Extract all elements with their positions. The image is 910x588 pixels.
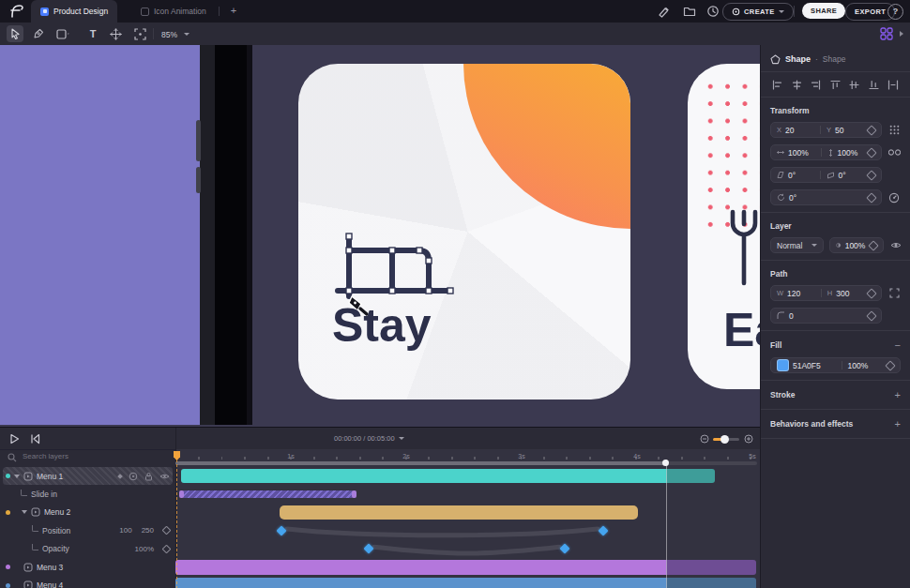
keyframe-toggle-icon[interactable] [162, 526, 172, 535]
timeline-bar[interactable] [181, 469, 715, 483]
zoom-slider-knob[interactable] [720, 435, 729, 444]
time-display[interactable]: 00:00:00 / 00:05:00 [334, 434, 404, 443]
anchor-grid-icon[interactable] [887, 125, 901, 135]
work-area-end-line[interactable] [666, 460, 667, 588]
timeline-ruler[interactable] [175, 457, 757, 460]
skip-to-start-button[interactable] [30, 433, 40, 445]
layer-color-dot [6, 474, 10, 478]
scale-tool-button[interactable] [131, 25, 148, 42]
zoom-level[interactable]: 85% [161, 30, 177, 39]
marker-pen-icon[interactable] [657, 4, 672, 19]
tab-icon-animation[interactable]: Icon Animation [131, 0, 216, 23]
share-button[interactable]: SHARE [802, 3, 845, 19]
history-clock-icon[interactable] [705, 4, 720, 19]
keyframe-jump-icon[interactable] [117, 474, 123, 479]
create-button[interactable]: CREATE [722, 3, 794, 21]
shape-tool-button[interactable] [54, 25, 71, 42]
eye-icon[interactable] [159, 473, 170, 480]
keyframe-toggle-icon[interactable] [866, 170, 876, 180]
lock-icon[interactable] [144, 472, 153, 481]
keyframe-toggle-icon[interactable] [866, 125, 876, 135]
fill-swatch[interactable] [777, 359, 789, 371]
fill-field[interactable]: 51A0F5 100% [770, 357, 901, 373]
canvas[interactable]: Stay Ea [0, 45, 760, 427]
timeline-bar[interactable] [175, 560, 756, 575]
position-field[interactable]: X 20 Y 50 [770, 122, 882, 138]
link-constrain-icon[interactable] [887, 148, 901, 157]
position-x-value[interactable]: 100 [119, 526, 131, 535]
timeline-tracks[interactable] [175, 467, 760, 588]
align-right-icon[interactable] [811, 80, 821, 90]
distribute-icon[interactable] [887, 80, 899, 90]
purple-artboard[interactable] [0, 45, 200, 425]
layer-row-menu-2[interactable]: Menu 2 [0, 504, 175, 521]
align-v-center-icon[interactable] [849, 80, 859, 90]
align-h-center-icon[interactable] [792, 80, 802, 90]
timeline-scrollbar-thumb[interactable] [175, 461, 666, 465]
keyframe-cap[interactable] [179, 490, 184, 498]
zoom-out-icon[interactable] [700, 434, 709, 444]
play-button[interactable] [9, 433, 20, 445]
layer-row-position[interactable]: Position 100 250 [0, 521, 175, 539]
chevron-down-icon[interactable] [22, 510, 27, 514]
select-tool-button[interactable] [7, 25, 23, 42]
keyframe-toggle-icon[interactable] [869, 240, 879, 250]
tab-divider [219, 7, 220, 16]
layer-row-slide-in[interactable]: Slide in [0, 485, 175, 503]
timeline-bar[interactable] [181, 490, 355, 498]
layer-row-menu-4[interactable]: Menu 4 [0, 576, 175, 588]
keyframe-toggle-icon[interactable] [885, 360, 895, 370]
orient-compass-icon[interactable] [887, 192, 901, 204]
new-tab-button[interactable]: + [226, 4, 241, 19]
rotation-field[interactable]: 0° [770, 189, 882, 205]
keyframe-toggle-icon[interactable] [866, 192, 876, 203]
eye-icon[interactable] [889, 241, 902, 249]
align-left-icon[interactable] [772, 80, 782, 90]
layer-row-opacity[interactable]: Opacity 100% [0, 540, 175, 558]
skew-x-icon [777, 171, 784, 179]
card-stay[interactable]: Stay [298, 64, 630, 400]
layer-row-menu-3[interactable]: Menu 3 [0, 558, 175, 576]
align-top-icon[interactable] [830, 80, 841, 90]
corner-radius-field[interactable]: 0 [770, 308, 882, 324]
move-tool-button[interactable] [107, 25, 124, 42]
layer-opacity-field[interactable]: 100% [829, 237, 884, 253]
keyframe-toggle-icon[interactable] [866, 288, 876, 298]
collapse-section-button[interactable]: − [895, 339, 901, 351]
stroke-section-row[interactable]: Stroke + [770, 381, 901, 409]
chevron-down-icon[interactable] [184, 33, 190, 36]
add-stroke-button[interactable]: + [895, 389, 901, 400]
card-eat[interactable]: Ea [688, 64, 760, 389]
text-tool-button[interactable]: T [84, 25, 101, 42]
keyframe-toggle-icon[interactable] [866, 310, 876, 321]
tab-product-design[interactable]: Product Design [31, 0, 117, 23]
layer-row-menu-1[interactable]: Menu 1 [3, 467, 173, 485]
size-field[interactable]: W 120 H 300 [770, 285, 882, 301]
skew-field[interactable]: 0° 0° [770, 167, 882, 183]
opacity-value[interactable]: 100% [135, 545, 154, 553]
align-bottom-icon[interactable] [869, 80, 879, 90]
pen-tool-button[interactable] [30, 25, 47, 42]
keyframe-toggle-icon[interactable] [866, 147, 876, 158]
plugins-icon[interactable] [880, 27, 893, 40]
behaviors-section-row[interactable]: Behaviors and effects + [770, 410, 901, 438]
add-behavior-button[interactable]: + [895, 418, 901, 430]
blend-mode-select[interactable]: Normal [770, 237, 824, 253]
keyframe-cap[interactable] [352, 490, 356, 498]
tab-label: Product Design [53, 7, 108, 16]
timeline-bar[interactable] [175, 578, 756, 588]
folder-icon[interactable] [682, 4, 697, 19]
zoom-in-icon[interactable] [744, 434, 753, 444]
panel-collapse-chevron-icon[interactable] [900, 31, 903, 37]
timeline-bar[interactable] [280, 505, 638, 520]
search-layers-input[interactable] [21, 451, 156, 461]
position-y-value[interactable]: 250 [142, 526, 154, 535]
expand-corners-icon[interactable] [887, 288, 901, 298]
scale-field[interactable]: 100% 100% [770, 144, 882, 160]
keyframe-toggle-icon[interactable] [162, 544, 172, 553]
isolate-icon[interactable] [129, 472, 138, 481]
help-button[interactable]: ? [887, 4, 903, 20]
app-logo-icon[interactable] [8, 3, 26, 20]
chevron-down-icon[interactable] [14, 475, 20, 478]
work-area-end-marker[interactable] [662, 460, 669, 466]
